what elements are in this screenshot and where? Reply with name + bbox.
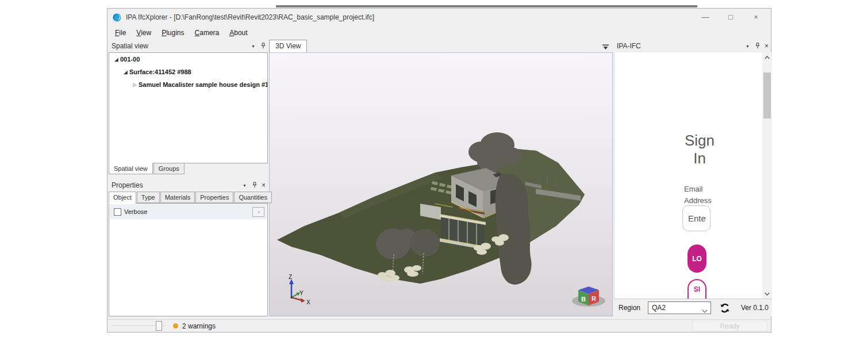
- title-bar[interactable]: IPA IfcXplorer - [D:\FanRong\test\Revit\…: [107, 9, 771, 26]
- tree-item-label: 001-00: [120, 56, 140, 63]
- progress-slider-thumb[interactable]: [156, 321, 162, 331]
- axis-x-label: X: [306, 299, 310, 305]
- tab-materials[interactable]: Materials: [160, 192, 195, 203]
- properties-close-icon[interactable]: ×: [259, 181, 268, 189]
- tree-item-label: Surface:411452 #988: [129, 68, 191, 75]
- ipa-menu-caret-icon[interactable]: ▼: [743, 44, 752, 48]
- ready-status: Ready: [692, 321, 767, 331]
- minimize-button[interactable]: —: [693, 9, 718, 26]
- spatial-menu-caret-icon[interactable]: ▼: [248, 44, 258, 48]
- menu-view[interactable]: View: [131, 27, 156, 39]
- axis-y-label: Y: [299, 290, 304, 296]
- view-cube-back-label: B: [581, 296, 586, 303]
- background-window-edge: [276, 5, 697, 7]
- properties-tab-strip: Object Type Materials Properties Quantit…: [109, 192, 272, 204]
- ipa-panel-content: Sign In Email Address Ente LO SI: [614, 52, 772, 299]
- status-bar: 2 warnings Ready: [107, 319, 771, 332]
- axis-z-label: Z: [289, 274, 292, 280]
- verbose-label: Verbose: [124, 208, 252, 215]
- tree-item-surface[interactable]: ◢ Surface:411452 #988: [109, 66, 267, 78]
- properties-panel-title: Properties: [109, 181, 240, 189]
- menu-camera[interactable]: Camera: [190, 27, 225, 39]
- tab-properties[interactable]: Properties: [195, 192, 233, 203]
- app-logo-icon: [113, 13, 121, 22]
- tab-quantities[interactable]: Quantities: [234, 192, 272, 203]
- ipa-pin-icon[interactable]: [752, 43, 762, 49]
- region-value: QA2: [652, 304, 666, 312]
- spatial-tree: ◢ 001-00 ◢ Surface:411452 #988 ▷ Samuel …: [109, 52, 268, 163]
- ipa-close-icon[interactable]: ×: [762, 42, 771, 50]
- tab-groups[interactable]: Groups: [153, 163, 185, 174]
- spatial-panel-header: Spatial view ▼: [109, 40, 268, 52]
- spatial-pin-icon[interactable]: [258, 43, 268, 49]
- signup-button[interactable]: SI: [688, 279, 706, 299]
- email-input[interactable]: Ente: [682, 205, 710, 231]
- menu-plugins[interactable]: Plugins: [156, 27, 189, 39]
- sign-in-heading: Sign In: [682, 132, 717, 167]
- refresh-button[interactable]: [720, 303, 730, 313]
- window-controls: — □ ×: [693, 9, 769, 26]
- spatial-tab-strip: Spatial view Groups: [109, 163, 185, 174]
- tab-object[interactable]: Object: [109, 192, 136, 204]
- scroll-up-icon[interactable]: [762, 52, 772, 62]
- tree-item-house-design[interactable]: ▷ Samuel Macalister sample house design …: [109, 78, 267, 91]
- ipa-panel-title: IPA-IFC: [614, 42, 743, 50]
- view-cube-right-label: R: [592, 295, 596, 302]
- ipa-panel-header: IPA-IFC ▼ ×: [614, 40, 771, 52]
- tall-tree: [496, 174, 532, 285]
- ipa-bottom-bar: Region QA2 Ver 0.1.0: [614, 299, 772, 316]
- tab-3d-view[interactable]: 3D View: [269, 40, 307, 52]
- 3d-viewport[interactable]: Z Y X B R: [269, 52, 613, 316]
- version-label: Ver 0.1.0: [741, 304, 769, 312]
- app-window: IPA IfcXplorer - [D:\FanRong\test\Revit\…: [107, 8, 771, 333]
- region-select[interactable]: QA2: [648, 301, 711, 314]
- ipa-scrollbar[interactable]: [762, 52, 772, 299]
- properties-content: Verbose ◂: [109, 203, 268, 316]
- window-title: IPA IfcXplorer - [D:\FanRong\test\Revit\…: [126, 13, 374, 21]
- tree-item-label: Samuel Macalister sample house design #1…: [139, 81, 268, 88]
- collapse-button[interactable]: ◂: [252, 207, 264, 217]
- login-button[interactable]: LO: [688, 245, 706, 273]
- email-address-label: Email Address: [684, 184, 721, 206]
- menu-bar: File View Plugins Camera About: [107, 26, 771, 40]
- verbose-row: Verbose ◂: [110, 204, 267, 219]
- tab-spatial-view[interactable]: Spatial view: [109, 163, 153, 174]
- warnings-count[interactable]: 2 warnings: [182, 322, 216, 330]
- properties-pin-icon[interactable]: [249, 182, 259, 189]
- expander-icon[interactable]: ▷: [131, 82, 139, 87]
- verbose-checkbox[interactable]: [114, 208, 121, 216]
- view-cube[interactable]: B R: [572, 286, 605, 307]
- tree-item-001-00[interactable]: ◢ 001-00: [109, 53, 267, 66]
- menu-file[interactable]: File: [110, 27, 131, 39]
- expander-icon[interactable]: ◢: [113, 57, 120, 62]
- maximize-button[interactable]: □: [718, 9, 743, 26]
- scrollbar-thumb[interactable]: [763, 72, 771, 119]
- menu-about[interactable]: About: [224, 27, 252, 39]
- properties-menu-caret-icon[interactable]: ▼: [240, 184, 249, 188]
- warning-dot-icon: [173, 323, 178, 328]
- close-button[interactable]: ×: [743, 9, 769, 26]
- desktop: IPA IfcXplorer - [D:\FanRong\test\Revit\…: [0, 0, 868, 340]
- expander-icon[interactable]: ◢: [122, 70, 129, 75]
- axis-gizmo: Z Y X: [289, 274, 310, 305]
- document-well-overflow-icon[interactable]: [602, 43, 610, 50]
- region-label: Region: [619, 304, 640, 312]
- tab-type[interactable]: Type: [137, 192, 160, 203]
- 3d-scene: Z Y X B R: [270, 53, 613, 316]
- spatial-panel-title: Spatial view: [109, 42, 248, 50]
- scroll-down-icon[interactable]: [762, 289, 772, 299]
- chevron-down-icon: [702, 307, 708, 315]
- properties-panel-header: Properties ▼ ×: [109, 179, 268, 192]
